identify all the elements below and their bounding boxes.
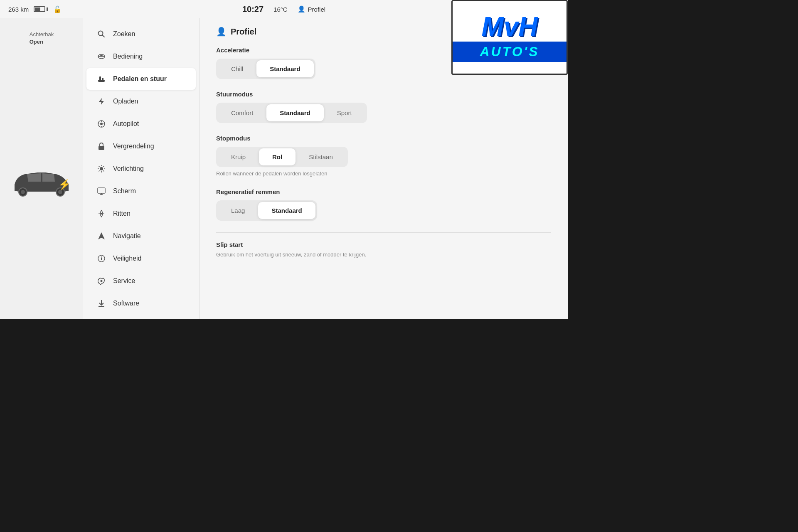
sidebar-label-software: Software <box>113 300 139 307</box>
svg-rect-9 <box>102 78 103 80</box>
service-icon <box>96 276 106 286</box>
regeneratief-section: Regeneratief remmen Laag Standaard <box>216 188 551 221</box>
stopmodus-rol-button[interactable]: Rol <box>259 148 296 165</box>
status-time: 10:27 <box>242 5 264 14</box>
sidebar-item-opladen[interactable]: Opladen <box>86 91 196 112</box>
sidebar-label-verlichting: Verlichting <box>113 165 144 172</box>
sidebar-label-vergrendeling: Vergrendeling <box>113 143 154 150</box>
status-profile[interactable]: 👤 Profiel <box>298 5 326 13</box>
sidebar-item-software[interactable]: Software <box>86 293 196 314</box>
svg-rect-15 <box>98 188 105 193</box>
stopmodus-label: Stopmodus <box>216 135 551 142</box>
sidebar-label-bediening: Bediening <box>113 53 143 60</box>
svg-point-23 <box>101 256 102 257</box>
sidebar-label-navigatie: Navigatie <box>113 232 141 240</box>
sidebar-label-scherm: Scherm <box>113 187 136 195</box>
sidebar-item-zoeken[interactable]: Zoeken <box>86 23 196 45</box>
sidebar-label-ritten: Ritten <box>113 210 131 217</box>
status-km: 263 km <box>8 6 29 13</box>
sidebar-item-pedalen[interactable]: Pedalen en stuur <box>86 68 196 90</box>
sidebar-label-veiligheid: Veiligheid <box>113 255 142 262</box>
sidebar-label-service: Service <box>113 277 135 285</box>
car-status-label: Achterbak <box>30 31 54 38</box>
sidebar-item-veiligheid[interactable]: Veiligheid <box>86 248 196 269</box>
stopmodus-button-group: Kruip Rol Stilstaan <box>216 147 348 167</box>
slipstart-section: Slip start Gebruik om het voertuig uit s… <box>216 232 551 259</box>
stopmodus-section: Stopmodus Kruip Rol Stilstaan Rollen wan… <box>216 135 551 177</box>
regeneratief-laag-button[interactable]: Laag <box>218 202 258 219</box>
mvh-logo-bottom: AUTO'S <box>453 42 566 62</box>
sidebar-label-zoeken: Zoeken <box>113 30 135 38</box>
regeneratief-label: Regeneratief remmen <box>216 188 551 195</box>
bediening-icon <box>96 52 106 62</box>
stuurmodus-label: Stuurmodus <box>216 91 551 98</box>
car-image-area: ⚡ <box>8 50 75 319</box>
mvh-logo: MvH AUTO'S <box>451 0 568 75</box>
sidebar-item-service[interactable]: Service <box>86 270 196 292</box>
content-title: 👤 Profiel <box>216 27 256 37</box>
lock-nav-icon <box>96 141 106 151</box>
svg-rect-8 <box>99 76 101 80</box>
status-center: 10:27 16°C 👤 Profiel <box>242 5 325 14</box>
sidebar-label-autopilot: Autopilot <box>113 120 139 128</box>
regeneratief-button-group: Laag Standaard <box>216 200 317 221</box>
verlichting-icon <box>96 164 106 174</box>
profile-icon: 👤 <box>298 5 305 13</box>
svg-point-3 <box>58 190 62 194</box>
stuurmodus-sport-button[interactable]: Sport <box>324 104 365 121</box>
slipstart-title: Slip start <box>216 241 551 248</box>
acceleratie-chill-button[interactable]: Chill <box>218 60 256 77</box>
svg-rect-7 <box>98 80 105 82</box>
sidebar-item-bediening[interactable]: Bediening <box>86 46 196 67</box>
stuurmodus-button-group: Comfort Standaard Sport <box>216 103 367 123</box>
acceleratie-button-group: Chill Standaard <box>216 59 315 79</box>
stuurmodus-comfort-button[interactable]: Comfort <box>218 104 266 121</box>
mvh-logo-bottom-text: AUTO'S <box>480 44 539 59</box>
regeneratief-standaard-button[interactable]: Standaard <box>258 202 315 219</box>
lightning-badge: ⚡ <box>58 179 71 190</box>
navigatie-icon <box>96 231 106 241</box>
status-left: 263 km 🔓 <box>8 5 62 13</box>
stuurmodus-standaard-button[interactable]: Standaard <box>266 104 323 121</box>
stopmodus-stilstaan-button[interactable]: Stilstaan <box>296 148 346 165</box>
mvh-logo-top: MvH <box>481 13 537 40</box>
battery-icon <box>34 6 48 12</box>
svg-point-12 <box>100 123 103 125</box>
svg-point-14 <box>100 167 103 170</box>
sidebar-item-scherm[interactable]: Scherm <box>86 180 196 202</box>
svg-marker-20 <box>98 232 105 239</box>
profile-nav-icon: 👤 <box>216 27 227 37</box>
software-icon <box>96 298 106 308</box>
sidebar-label-pedalen: Pedalen en stuur <box>113 75 167 83</box>
sidebar-item-vergrendeling[interactable]: Vergrendeling <box>86 135 196 157</box>
content-title-text: Profiel <box>231 27 256 37</box>
scherm-icon <box>96 186 106 196</box>
opladen-icon <box>96 96 106 106</box>
car-status-value: Open <box>30 38 54 46</box>
stopmodus-kruip-button[interactable]: Kruip <box>218 148 259 165</box>
sidebar-item-ritten[interactable]: Ritten <box>86 203 196 224</box>
sidebar: Zoeken Bediening Pedalen en stuur <box>83 18 200 319</box>
svg-point-1 <box>21 190 25 194</box>
profile-label: Profiel <box>308 6 326 13</box>
search-icon <box>96 29 106 39</box>
veiligheid-icon <box>96 254 106 264</box>
car-panel: Achterbak Open ⚡ <box>0 18 83 319</box>
sidebar-item-autopilot[interactable]: Autopilot <box>86 113 196 135</box>
stopmodus-description: Rollen wanneer de pedalen worden losgela… <box>216 170 551 177</box>
car-status: Achterbak Open <box>21 27 62 50</box>
svg-marker-10 <box>99 98 104 105</box>
svg-point-24 <box>101 280 103 282</box>
svg-rect-13 <box>99 146 104 150</box>
sidebar-item-navigatie[interactable]: Navigatie <box>86 225 196 247</box>
slipstart-description: Gebruik om het voertuig uit sneeuw, zand… <box>216 251 551 259</box>
sidebar-label-opladen: Opladen <box>113 98 138 105</box>
pedalen-icon <box>96 74 106 84</box>
ritten-icon <box>96 209 106 219</box>
stuurmodus-section: Stuurmodus Comfort Standaard Sport <box>216 91 551 123</box>
acceleratie-standaard-button[interactable]: Standaard <box>256 60 313 77</box>
status-temp: 16°C <box>273 6 288 13</box>
sidebar-item-verlichting[interactable]: Verlichting <box>86 158 196 180</box>
lock-icon: 🔓 <box>53 5 62 13</box>
autopilot-icon <box>96 119 106 129</box>
